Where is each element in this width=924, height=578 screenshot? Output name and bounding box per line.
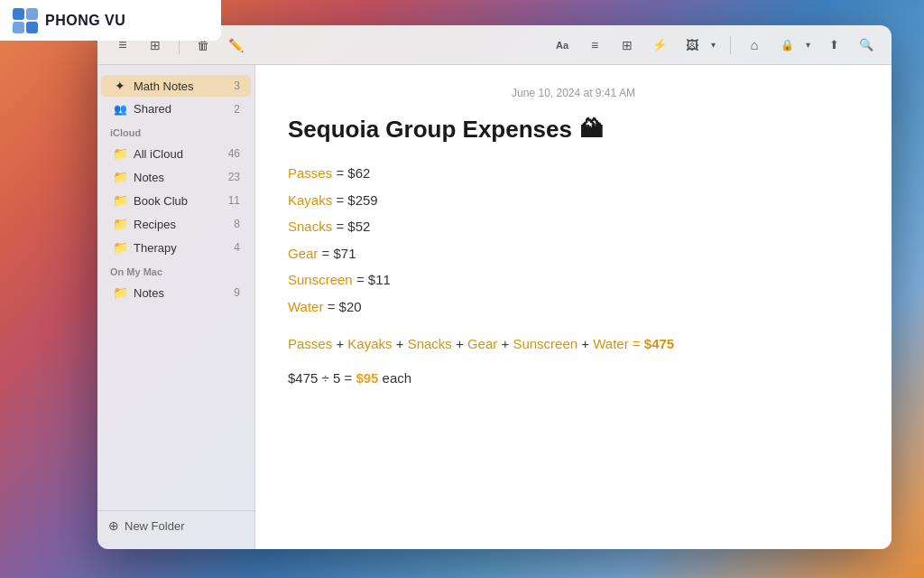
formula-equals: = bbox=[633, 336, 644, 351]
division-result: $95 bbox=[356, 370, 378, 386]
notes-icloud-folder-icon: 📁 bbox=[112, 170, 128, 184]
division-suffix: each bbox=[383, 370, 412, 386]
therapy-count: 4 bbox=[234, 241, 240, 254]
shared-count: 2 bbox=[234, 103, 240, 116]
sidebar-item-therapy[interactable]: 📁 Therapy 4 bbox=[101, 237, 251, 258]
window-content: ✦ Math Notes 3 👥 Shared 2 iCloud 📁 All i… bbox=[97, 65, 892, 549]
expense-passes: Passes = $62 bbox=[288, 162, 859, 185]
formula-plus-5: + bbox=[581, 336, 593, 351]
all-icloud-count: 46 bbox=[228, 147, 240, 160]
expense-gear-name: Gear bbox=[288, 246, 318, 261]
expense-kayaks-name: Kayaks bbox=[288, 192, 332, 208]
media-button-group[interactable] bbox=[679, 33, 719, 58]
formula-plus-3: + bbox=[456, 336, 467, 351]
logo-square-tl bbox=[13, 8, 24, 20]
formula-sunscreen: Sunscreen bbox=[513, 336, 578, 351]
export-button[interactable] bbox=[821, 33, 846, 58]
lock-button[interactable] bbox=[774, 33, 799, 58]
logo-square-bl bbox=[13, 22, 24, 33]
brand-bar: PHONG VU bbox=[0, 0, 221, 41]
sidebar: ✦ Math Notes 3 👥 Shared 2 iCloud 📁 All i… bbox=[97, 65, 255, 549]
expense-water: Water = $20 bbox=[288, 295, 859, 319]
note-title-emoji: 🏔 bbox=[579, 116, 603, 144]
therapy-folder-icon: 📁 bbox=[112, 240, 128, 255]
shared-icon: 👥 bbox=[112, 103, 128, 116]
formula-water: Water bbox=[593, 336, 628, 351]
format-button[interactable] bbox=[582, 33, 607, 58]
home-button[interactable] bbox=[742, 33, 767, 58]
formula-plus-1: + bbox=[336, 336, 347, 351]
note-date: June 10, 2024 at 9:41 AM bbox=[288, 87, 859, 99]
expense-passes-value: = $62 bbox=[336, 165, 370, 181]
text-format-button[interactable] bbox=[550, 33, 575, 58]
sidebar-item-notes-icloud[interactable]: 📁 Notes 23 bbox=[101, 166, 251, 188]
math-notes-icon: ✦ bbox=[112, 79, 128, 93]
math-notes-label: Math Notes bbox=[134, 79, 228, 93]
onmymac-section-header: On My Mac bbox=[97, 259, 254, 281]
notes-icloud-label: Notes bbox=[134, 171, 223, 184]
media-button[interactable] bbox=[679, 33, 705, 58]
note-title-text: Sequoia Group Expenses bbox=[288, 116, 572, 144]
brand-name: PHONG VU bbox=[45, 13, 125, 29]
sidebar-item-shared[interactable]: 👥 Shared 2 bbox=[101, 98, 251, 119]
formula-gear: Gear bbox=[467, 336, 497, 351]
therapy-label: Therapy bbox=[134, 241, 228, 255]
logo-icon bbox=[13, 8, 38, 33]
toolbar-separator-2 bbox=[730, 36, 731, 54]
notes-local-count: 9 bbox=[234, 286, 240, 299]
expense-gear: Gear = $71 bbox=[288, 242, 859, 266]
formula-line: Passes + Kayaks + Snacks + Gear + Sunscr… bbox=[288, 332, 859, 356]
expense-water-value: = $20 bbox=[328, 299, 362, 314]
new-folder-icon bbox=[108, 518, 119, 533]
sidebar-item-recipes[interactable]: 📁 Recipes 8 bbox=[101, 213, 251, 235]
formula-plus-4: + bbox=[501, 336, 513, 351]
sidebar-footer: New Folder bbox=[97, 510, 254, 540]
table-button[interactable] bbox=[614, 33, 640, 58]
expense-sunscreen-name: Sunscreen bbox=[288, 272, 353, 287]
recipes-folder-icon: 📁 bbox=[112, 217, 128, 231]
new-folder-button[interactable]: New Folder bbox=[108, 518, 244, 533]
sidebar-item-all-icloud[interactable]: 📁 All iCloud 46 bbox=[101, 143, 251, 164]
sidebar-item-math-notes[interactable]: ✦ Math Notes 3 bbox=[101, 75, 251, 97]
expense-sunscreen-value: = $11 bbox=[356, 272, 391, 287]
logo-square-tr bbox=[26, 8, 38, 20]
formula-plus-2: + bbox=[396, 336, 408, 351]
formula-passes: Passes bbox=[288, 336, 332, 351]
book-club-label: Book Club bbox=[134, 194, 223, 208]
recipes-label: Recipes bbox=[134, 218, 228, 231]
division-text: $475 ÷ 5 = bbox=[288, 370, 352, 386]
new-folder-label: New Folder bbox=[125, 519, 184, 533]
expense-snacks-value: = $52 bbox=[336, 219, 370, 234]
expense-sunscreen: Sunscreen = $11 bbox=[288, 268, 859, 292]
expense-snacks-name: Snacks bbox=[288, 219, 332, 234]
book-club-count: 11 bbox=[228, 194, 240, 207]
notes-local-folder-icon: 📁 bbox=[112, 285, 128, 300]
math-notes-count: 3 bbox=[234, 79, 240, 92]
brand-logo: PHONG VU bbox=[13, 8, 125, 33]
expense-kayaks: Kayaks = $259 bbox=[288, 189, 859, 212]
shared-label: Shared bbox=[134, 102, 228, 116]
sidebar-item-book-club[interactable]: 📁 Book Club 11 bbox=[101, 190, 251, 211]
lock-chevron-button[interactable] bbox=[801, 33, 814, 58]
formula-snacks: Snacks bbox=[408, 336, 452, 351]
edit-button[interactable] bbox=[223, 33, 248, 58]
recipes-count: 8 bbox=[234, 218, 240, 230]
note-title: Sequoia Group Expenses 🏔 bbox=[288, 116, 859, 144]
expense-snacks: Snacks = $52 bbox=[288, 215, 859, 238]
note-area[interactable]: June 10, 2024 at 9:41 AM Sequoia Group E… bbox=[255, 65, 892, 549]
all-icloud-folder-icon: 📁 bbox=[112, 146, 128, 161]
lock-button-group[interactable] bbox=[774, 33, 814, 58]
expense-passes-name: Passes bbox=[288, 165, 332, 181]
expense-water-name: Water bbox=[288, 299, 323, 314]
notes-local-label: Notes bbox=[134, 286, 228, 300]
sidebar-item-notes-local[interactable]: 📁 Notes 9 bbox=[101, 282, 251, 303]
notes-icloud-count: 23 bbox=[228, 171, 240, 183]
link-button[interactable] bbox=[647, 33, 672, 58]
formula-total: $475 bbox=[644, 336, 674, 351]
logo-square-br bbox=[26, 22, 38, 33]
media-chevron-button[interactable] bbox=[707, 33, 719, 58]
search-button[interactable] bbox=[854, 33, 879, 58]
all-icloud-label: All iCloud bbox=[134, 147, 223, 161]
app-window: ✦ Math Notes 3 👥 Shared 2 iCloud 📁 All i… bbox=[97, 25, 892, 549]
expense-kayaks-value: = $259 bbox=[336, 192, 377, 208]
